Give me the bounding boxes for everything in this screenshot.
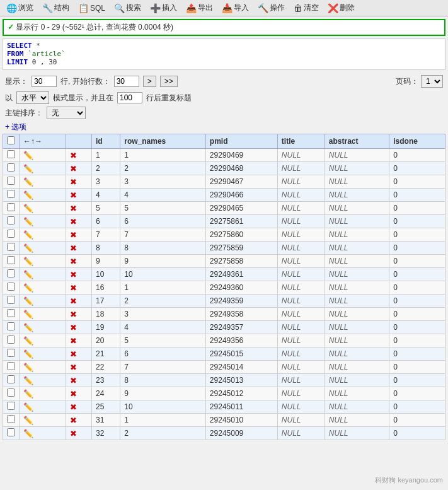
delete-row-icon[interactable]: ✖ bbox=[70, 402, 77, 412]
import-button[interactable]: 📥 导入 bbox=[218, 1, 253, 15]
row-checkbox[interactable] bbox=[7, 415, 15, 423]
add-option[interactable]: + 选项 bbox=[0, 120, 448, 134]
edit-icon[interactable]: ✏️ bbox=[23, 389, 33, 399]
delete-row-icon[interactable]: ✖ bbox=[70, 296, 77, 306]
row-checkbox[interactable] bbox=[7, 269, 15, 277]
edit-icon[interactable]: ✏️ bbox=[23, 416, 33, 425]
next-next-button[interactable]: >> bbox=[160, 76, 178, 87]
delete-row-icon[interactable]: ✖ bbox=[70, 217, 77, 226]
delete-row-icon[interactable]: ✖ bbox=[70, 257, 77, 266]
row-checkbox[interactable] bbox=[7, 428, 15, 436]
delete-row-icon[interactable]: ✖ bbox=[70, 177, 77, 187]
export-button[interactable]: 📤 导出 bbox=[182, 1, 217, 15]
row-checkbox[interactable] bbox=[7, 296, 15, 304]
edit-icon[interactable]: ✏️ bbox=[23, 349, 33, 359]
row-start-input[interactable] bbox=[114, 76, 139, 87]
th-row-names[interactable]: row_names bbox=[120, 134, 206, 149]
delete-row-icon[interactable]: ✖ bbox=[70, 336, 77, 346]
cell-isdone: 0 bbox=[389, 361, 445, 374]
row-checkbox[interactable] bbox=[7, 150, 15, 158]
th-id[interactable]: id bbox=[91, 134, 120, 149]
structure-button[interactable]: 🔧 结构 bbox=[38, 1, 73, 15]
select-all-checkbox[interactable] bbox=[7, 136, 15, 144]
th-abstract[interactable]: abstract bbox=[325, 134, 389, 149]
delete-row-icon[interactable]: ✖ bbox=[70, 230, 77, 240]
delete-row-icon[interactable]: ✖ bbox=[70, 283, 77, 293]
edit-icon[interactable]: ✏️ bbox=[23, 177, 33, 187]
delete-row-icon[interactable]: ✖ bbox=[70, 349, 77, 359]
edit-icon[interactable]: ✏️ bbox=[23, 323, 33, 332]
edit-icon[interactable]: ✏️ bbox=[23, 296, 33, 306]
row-checkbox[interactable] bbox=[7, 309, 15, 317]
row-checkbox[interactable] bbox=[7, 349, 15, 357]
delete-row-icon[interactable]: ✖ bbox=[70, 270, 77, 279]
insert-button[interactable]: ➕ 插入 bbox=[146, 1, 181, 15]
delete-row-icon[interactable]: ✖ bbox=[70, 164, 77, 173]
edit-icon[interactable]: ✏️ bbox=[23, 190, 33, 200]
th-isdone[interactable]: isdone bbox=[389, 134, 445, 149]
row-checkbox[interactable] bbox=[7, 283, 15, 291]
cell-id: 19 bbox=[91, 321, 120, 334]
next-button[interactable]: > bbox=[143, 76, 156, 87]
row-checkbox[interactable] bbox=[7, 216, 15, 225]
delete-row-icon[interactable]: ✖ bbox=[70, 190, 77, 200]
edit-icon[interactable]: ✏️ bbox=[23, 230, 33, 240]
th-pmid[interactable]: pmid bbox=[205, 134, 277, 149]
delete-row-icon[interactable]: ✖ bbox=[70, 243, 77, 253]
page-select[interactable]: 1 2 bbox=[421, 75, 443, 88]
show-input[interactable] bbox=[32, 76, 57, 87]
cell-row_names: 4 bbox=[120, 189, 206, 202]
delete-button[interactable]: ❌ 删除 bbox=[324, 1, 359, 15]
delete-row-icon[interactable]: ✖ bbox=[70, 416, 77, 425]
row-checkbox[interactable] bbox=[7, 190, 15, 198]
delete-row-icon[interactable]: ✖ bbox=[70, 151, 77, 160]
edit-icon[interactable]: ✏️ bbox=[23, 429, 33, 438]
sql-button[interactable]: 📋 SQL bbox=[74, 2, 109, 15]
edit-icon[interactable]: ✏️ bbox=[23, 257, 33, 266]
edit-icon[interactable]: ✏️ bbox=[23, 270, 33, 279]
edit-icon[interactable]: ✏️ bbox=[23, 402, 33, 412]
sql-area[interactable]: SELECT * FROM `article` LIMIT 0 , 30 bbox=[3, 38, 445, 70]
delete-row-icon[interactable]: ✖ bbox=[70, 323, 77, 332]
row-checkbox[interactable] bbox=[7, 203, 15, 211]
edit-cell: ✏️ bbox=[20, 255, 66, 268]
edit-icon[interactable]: ✏️ bbox=[23, 363, 33, 372]
search-button[interactable]: 🔍 搜索 bbox=[110, 1, 145, 15]
mode-select[interactable]: 水平 垂直 bbox=[16, 91, 49, 104]
delete-row-icon[interactable]: ✖ bbox=[70, 376, 77, 385]
edit-icon[interactable]: ✏️ bbox=[23, 376, 33, 385]
edit-icon[interactable]: ✏️ bbox=[23, 336, 33, 346]
row-checkbox[interactable] bbox=[7, 163, 15, 172]
cell-abstract: NULL bbox=[325, 162, 389, 175]
edit-icon[interactable]: ✏️ bbox=[23, 243, 33, 253]
clear-button[interactable]: 🗑 清空 bbox=[290, 1, 323, 15]
delete-row-icon[interactable]: ✖ bbox=[70, 363, 77, 372]
row-checkbox[interactable] bbox=[7, 335, 15, 344]
row-checkbox[interactable] bbox=[7, 375, 15, 383]
edit-icon[interactable]: ✏️ bbox=[23, 204, 33, 213]
th-title[interactable]: title bbox=[277, 134, 325, 149]
edit-icon[interactable]: ✏️ bbox=[23, 283, 33, 293]
edit-icon[interactable]: ✏️ bbox=[23, 164, 33, 173]
edit-icon[interactable]: ✏️ bbox=[23, 310, 33, 319]
row-checkbox[interactable] bbox=[7, 256, 15, 264]
row-checkbox[interactable] bbox=[7, 388, 15, 397]
cell-isdone: 0 bbox=[389, 414, 445, 427]
delete-row-icon[interactable]: ✖ bbox=[70, 429, 77, 438]
row-checkbox[interactable] bbox=[7, 230, 15, 238]
row-checkbox[interactable] bbox=[7, 243, 15, 251]
delete-row-icon[interactable]: ✖ bbox=[70, 389, 77, 399]
edit-icon[interactable]: ✏️ bbox=[23, 151, 33, 160]
row-checkbox[interactable] bbox=[7, 402, 15, 410]
row-checkbox[interactable] bbox=[7, 362, 15, 370]
row-checkbox[interactable] bbox=[7, 322, 15, 330]
delete-row-icon[interactable]: ✖ bbox=[70, 204, 77, 213]
operation-button[interactable]: 🔨 操作 bbox=[254, 1, 289, 15]
cell-title: NULL bbox=[277, 215, 325, 228]
row-checkbox[interactable] bbox=[7, 177, 15, 185]
browse-button[interactable]: 🌐 浏览 bbox=[3, 1, 37, 15]
pattern-input[interactable] bbox=[117, 92, 142, 103]
sort-select[interactable]: 无 ASC DESC bbox=[47, 107, 86, 119]
delete-row-icon[interactable]: ✖ bbox=[70, 310, 77, 319]
edit-icon[interactable]: ✏️ bbox=[23, 217, 33, 226]
